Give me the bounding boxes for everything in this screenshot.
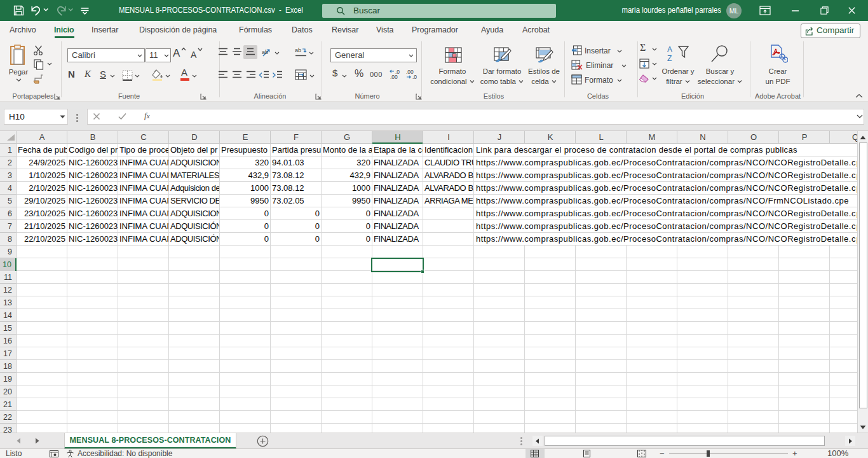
svg-text:.00: .00 <box>390 74 398 80</box>
svg-text:ab: ab <box>295 47 301 53</box>
svg-text:A: A <box>667 45 672 54</box>
svg-text:ab: ab <box>262 49 268 55</box>
svg-text:Z: Z <box>667 54 672 63</box>
svg-text:.0: .0 <box>412 74 417 80</box>
